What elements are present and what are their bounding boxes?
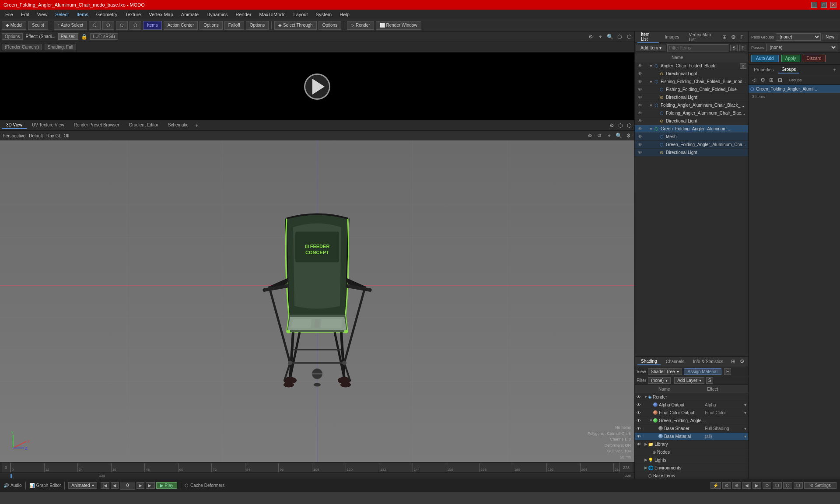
filter-dropdown[interactable]: (none) ▾ <box>648 377 671 384</box>
expand-icon[interactable]: ▼ <box>649 80 653 84</box>
tab-gradient-editor[interactable]: Gradient Editor <box>125 122 163 129</box>
add-tab-btn[interactable]: + <box>196 123 198 128</box>
tree-row[interactable]: 👁 ⬡ Folding_Angler_Aluminum_Chair_Black.… <box>635 109 748 117</box>
shading-vis[interactable]: 👁 <box>637 426 644 431</box>
prev-frame-btn[interactable]: ◀ <box>111 482 119 489</box>
tab-uv-texture[interactable]: UV Texture View <box>28 122 69 129</box>
tree-row[interactable]: 👁 ⊙ Directional Light <box>635 149 748 157</box>
menu-items[interactable]: Items <box>73 11 92 18</box>
items-btn[interactable]: Items <box>143 21 161 30</box>
shading-row[interactable]: ⬡ Bake Items <box>635 472 748 479</box>
tab-groups[interactable]: Groups <box>778 66 800 74</box>
menu-animate[interactable]: Animate <box>178 11 202 18</box>
tab-3d-view[interactable]: 3D View <box>2 122 27 129</box>
maximize-button[interactable]: □ <box>821 2 827 8</box>
tool-btn-3[interactable]: ⬡ <box>116 21 128 30</box>
timeline-ruler[interactable]: 0 12 24 36 48 60 72 84 96 108 120 132 14… <box>10 463 620 472</box>
shading-row[interactable]: 👁 ▶ 📁 Library <box>635 441 748 448</box>
render-window-btn[interactable]: ⬜ Render Window <box>376 21 421 30</box>
shading-vis[interactable]: 👁 <box>637 442 644 447</box>
tree-row[interactable]: 👁 ▼ ⬡ Angler_Chair_Folded_Black 2 <box>635 62 748 70</box>
shading-row-selected[interactable]: 👁 Base Material (all) ▾ <box>635 433 748 441</box>
tree-row[interactable]: 👁 ⬡ Green_Folding_Angler_Aluminum_Cha... <box>635 141 748 149</box>
audio-section[interactable]: 🔊 Audio <box>4 483 22 488</box>
tree-row[interactable]: 👁 ⊙ Directional Light <box>635 117 748 125</box>
cache-deformers-section[interactable]: ⬡ Cache Deformers <box>185 483 224 488</box>
transport-7[interactable]: ⬡ <box>773 482 782 489</box>
groups-row-selected[interactable]: ⬡ Green_Folding_Angler_Alumi... <box>749 85 840 93</box>
vp-icon-4[interactable]: 🔍 <box>615 132 622 139</box>
frame-input[interactable] <box>120 482 135 490</box>
tree-row[interactable]: 👁 ⊙ Directional Light <box>635 94 748 102</box>
falloff-btn[interactable]: Falloff <box>224 21 244 30</box>
expand-icon[interactable] <box>644 473 648 478</box>
expand-icon[interactable] <box>654 135 658 139</box>
vis-icon[interactable]: 👁 <box>637 142 644 147</box>
menu-system[interactable]: System <box>312 11 336 18</box>
layer-s-btn[interactable]: S <box>706 377 714 384</box>
shading-vis[interactable]: 👁 <box>637 410 644 415</box>
auto-add-button[interactable]: Auto Add <box>751 55 779 62</box>
vis-icon[interactable]: 👁 <box>637 95 644 100</box>
vp-icon-5[interactable]: ⚙ <box>625 132 632 139</box>
view-icon-3[interactable]: ⬡ <box>626 122 633 129</box>
item-tree[interactable]: 👁 ▼ ⬡ Angler_Chair_Folded_Black 2 👁 ⊙ Di… <box>635 62 748 356</box>
tree-row[interactable]: 👁 ⬡ Mesh <box>635 133 748 141</box>
add-item-button[interactable]: Add Item ▾ <box>637 45 665 51</box>
groups-icon-2[interactable]: ⚙ <box>759 77 766 84</box>
tool-btn-1[interactable]: ⬡ <box>89 21 101 30</box>
add-layer-dropdown[interactable]: Add Layer ▾ <box>674 377 704 384</box>
auto-select-btn[interactable]: ↑ Auto Select <box>54 21 87 30</box>
shading-vis[interactable]: 👁 <box>637 395 644 399</box>
effect-dropdown-icon[interactable]: ▾ <box>744 410 746 415</box>
assign-material-button[interactable]: Assign Material <box>684 368 721 375</box>
transport-5[interactable]: ▶ <box>752 482 761 489</box>
transport-3[interactable]: ⊕ <box>732 482 741 489</box>
shading-row[interactable]: ⊕ Nodes <box>635 448 748 456</box>
vis-icon[interactable]: 👁 <box>637 79 644 84</box>
expand-icon[interactable] <box>654 426 658 430</box>
vis-icon[interactable]: 👁 <box>637 103 644 108</box>
options-btn-1[interactable]: Options <box>200 21 222 30</box>
play-button[interactable] <box>304 74 330 100</box>
shading-row[interactable]: 👁 Alpha Output Alpha ▾ <box>635 401 748 409</box>
graph-editor-section[interactable]: 📊 Graph Editor <box>29 483 61 488</box>
pass-groups-dropdown[interactable]: (none) <box>776 33 821 41</box>
transport-9[interactable]: ⬡ <box>794 482 803 489</box>
effect-dropdown-icon[interactable]: ▾ <box>744 426 746 431</box>
vis-icon[interactable]: 👁 <box>637 134 644 139</box>
expand-icon[interactable] <box>654 150 658 155</box>
effect-dropdown-icon[interactable]: ▾ <box>744 402 746 407</box>
vis-icon[interactable]: 👁 <box>637 87 644 92</box>
expand-icon[interactable]: ▶ <box>644 442 648 446</box>
shading-row[interactable]: 👁 ▼ ◈ Render <box>635 393 748 401</box>
view-icon-2[interactable]: ⬡ <box>617 122 624 129</box>
filter-f-btn[interactable]: F <box>739 45 746 51</box>
expand-icon[interactable]: ▶ <box>644 466 648 470</box>
skip-start-btn[interactable]: |◀ <box>101 482 110 489</box>
expand-icon[interactable] <box>654 434 658 438</box>
vis-icon[interactable]: 👁 <box>637 71 644 76</box>
il-icon-2[interactable]: ⚙ <box>730 34 737 41</box>
groups-tree[interactable]: ⬡ Green_Folding_Angler_Alumi... 3 Items <box>749 85 840 479</box>
tab-properties[interactable]: Properties <box>750 66 777 73</box>
expand-icon[interactable] <box>654 95 658 100</box>
expand-icon[interactable] <box>654 88 658 92</box>
shading-icon-2[interactable]: ⚙ <box>738 358 746 365</box>
skip-end-btn[interactable]: ▶| <box>146 482 155 489</box>
effect-dropdown-icon[interactable]: ▾ <box>744 434 746 439</box>
settings-button[interactable]: ⚙ Settings <box>804 482 836 489</box>
menu-vertex-map[interactable]: Vertex Map <box>145 11 177 18</box>
viewport-canvas[interactable]: ⊡ FEEDER CONCEPT <box>0 140 634 462</box>
menu-edit[interactable]: Edit <box>18 11 33 18</box>
tab-schematic[interactable]: Schematic <box>164 122 193 129</box>
transport-1[interactable]: ⚡ <box>710 482 721 489</box>
menu-select[interactable]: Select <box>52 11 72 18</box>
shading-row[interactable]: ▶ 💡 Lights <box>635 456 748 464</box>
mode-sculpt-btn[interactable]: Sculpt <box>28 21 48 30</box>
tool-btn-2[interactable]: ⬡ <box>102 21 114 30</box>
shading-vis[interactable]: 👁 <box>637 418 644 423</box>
viewport-icon-1[interactable]: ⚙ <box>587 33 594 40</box>
expand-icon[interactable] <box>649 410 653 415</box>
expand-icon[interactable] <box>654 143 658 147</box>
